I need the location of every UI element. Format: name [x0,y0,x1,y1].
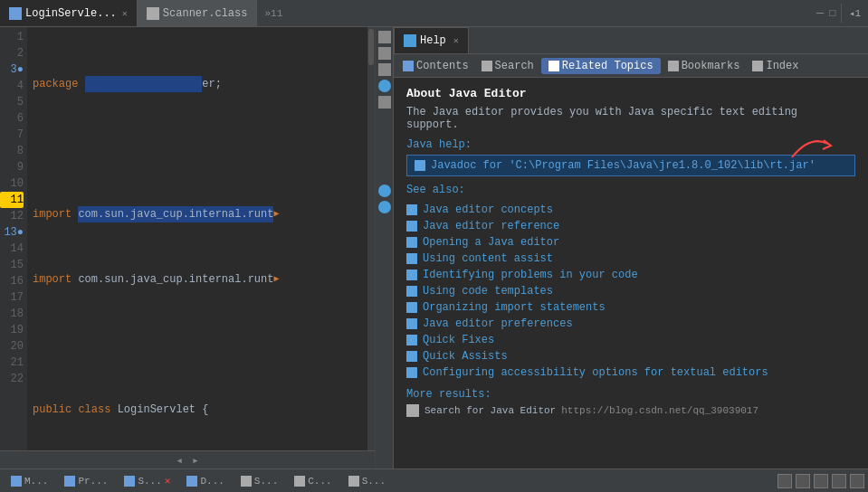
nav-right-arrow[interactable]: ▸ [192,453,199,468]
restore-icon[interactable]: □ [829,7,835,20]
link-label-1: Java editor concepts [423,203,553,216]
related-icon [548,61,559,71]
bottom-tab-d-label: D... [200,476,224,487]
search-result-row[interactable]: Search for Java Editor https://blog.csdn… [406,404,855,417]
bottom-tab-s1[interactable]: S... ✕ [117,473,177,488]
link-label-10: Quick Assists [423,350,508,363]
help-related-label: Related Topics [562,60,653,72]
index-icon [752,61,763,71]
code-editor: 1 2 3● 4 5 6 7 8 9 10 11 12 13● 14 15 16 [0,27,376,468]
bottom-tab-pr-label: Pr... [78,476,108,487]
link-label-8: Java editor preferences [423,317,573,330]
link-icon-6 [406,286,417,297]
bottom-icon-r4[interactable] [832,474,846,488]
bottom-tab-d[interactable]: D... [179,474,231,488]
bottom-tab-s1-label: S... [138,476,161,487]
scrollbar-thumb[interactable] [368,29,374,65]
side-icon-7[interactable] [378,201,391,213]
tab-scanner[interactable]: Scanner.class [138,0,258,26]
bottom-tab-pr[interactable]: Pr... [57,474,115,488]
help-tab-close[interactable]: ✕ [453,35,459,46]
link-organizing-imports[interactable]: Organizing import statements [406,299,855,316]
link-quick-fixes[interactable]: Quick Fixes [406,332,855,348]
javadoc-link-text: Javadoc for 'C:\Program Files\Java\jre1.… [431,159,816,172]
tab-loginservlet-label: LoginServle... [25,7,117,20]
line-numbers: 1 2 3● 4 5 6 7 8 9 10 11 12 13● 14 15 16 [0,27,27,450]
javadoc-container: Javadoc for 'C:\Program Files\Java\jre1.… [406,155,855,176]
bottom-icon-pr [64,476,75,487]
link-identifying-problems[interactable]: Identifying problems in your code [406,267,855,283]
side-icon-5[interactable] [378,96,391,109]
minimize-icon[interactable]: ─ [816,6,824,21]
help-body[interactable]: About Java Editor The Java editor provid… [394,78,868,468]
help-index-btn[interactable]: Index [747,58,804,74]
code-line-2 [33,141,367,157]
link-accessibility[interactable]: Configuring accessibility options for te… [406,364,855,381]
link-editor-prefs[interactable]: Java editor preferences [406,316,855,332]
link-label-7: Organizing import statements [423,301,606,314]
link-icon-9 [406,335,417,345]
help-contents-btn[interactable]: Contents [397,58,474,74]
bottom-tab-s2[interactable]: S... [234,474,285,488]
bottom-close-s1[interactable]: ✕ [165,475,171,487]
help-tab[interactable]: Help ✕ [394,27,469,53]
annotation-arrow [783,126,837,162]
more-results-label: More results: [406,388,855,401]
bottom-icon-c [294,476,305,487]
help-index-label: Index [766,60,798,72]
side-icon-1[interactable] [378,31,391,43]
code-content[interactable]: package er; import com.sun.java_cup.inte… [27,27,367,450]
class-file-icon [147,7,159,20]
help-search-btn[interactable]: Search [476,58,539,74]
bottom-icon-m [11,476,22,487]
link-label-9: Quick Fixes [423,334,494,346]
bottom-icon-r1[interactable] [777,474,792,488]
link-code-templates[interactable]: Using code templates [406,283,855,299]
bottom-icon-r2[interactable] [796,474,810,488]
side-icon-3[interactable] [378,63,391,76]
doc-icon [415,160,425,171]
bottom-tab-c[interactable]: C... [287,474,339,488]
tab-loginservlet-close[interactable]: ✕ [122,8,128,19]
link-java-editor-reference[interactable]: Java editor reference [406,218,855,234]
code-line-4: import com.sun.java_cup.internal.runt▶ [33,271,367,288]
bottom-tab-s3[interactable]: S... [341,474,393,488]
link-icon-8 [406,318,417,329]
link-opening-java-editor[interactable]: Opening a Java editor [406,234,855,251]
code-line-5 [33,336,367,353]
side-icon-4[interactable] [378,80,391,92]
help-links-list: Java editor concepts Java editor referen… [406,202,855,381]
help-tab-icon [404,34,416,47]
side-icon-2[interactable] [378,47,391,60]
link-icon-11 [406,367,417,378]
side-icon-6[interactable] [378,184,391,197]
bottom-icon-r5[interactable] [850,474,864,488]
editor-area: 1 2 3● 4 5 6 7 8 9 10 11 12 13● 14 15 16 [0,27,375,450]
link-icon-10 [406,351,417,362]
nav-left-arrow[interactable]: ◂ [176,453,183,468]
bottom-icon-s3 [348,476,359,487]
help-side-num: 1 [854,8,861,19]
bottom-icon-r3[interactable] [814,474,828,488]
window-controls: ─ □ [811,0,842,26]
link-quick-assists[interactable]: Quick Assists [406,348,855,364]
side-toolbar [376,27,394,468]
help-bookmarks-label: Bookmarks [682,60,740,72]
bottom-tab-m[interactable]: M... [4,474,55,488]
help-tab-label: Help [420,34,446,47]
search-icon [482,61,492,71]
help-related-btn[interactable]: Related Topics [541,58,661,74]
tab-loginservlet[interactable]: LoginServle... ✕ [0,0,138,26]
link-icon-5 [406,270,417,280]
link-icon-1 [406,204,417,215]
tab-bar: LoginServle... ✕ Scanner.class »11 ─ □ ◂… [0,0,868,27]
link-content-assist[interactable]: Using content assist [406,251,855,267]
editor-scrollbar[interactable] [367,27,375,450]
link-label-2: Java editor reference [423,220,559,232]
bottom-tab-s2-label: S... [254,476,278,487]
link-label-4: Using content assist [423,252,553,265]
link-java-editor-concepts[interactable]: Java editor concepts [406,202,855,218]
bottom-tab-c-label: C... [308,476,331,487]
tab-overflow[interactable]: »11 [257,0,290,26]
help-bookmarks-btn[interactable]: Bookmarks [663,58,746,74]
